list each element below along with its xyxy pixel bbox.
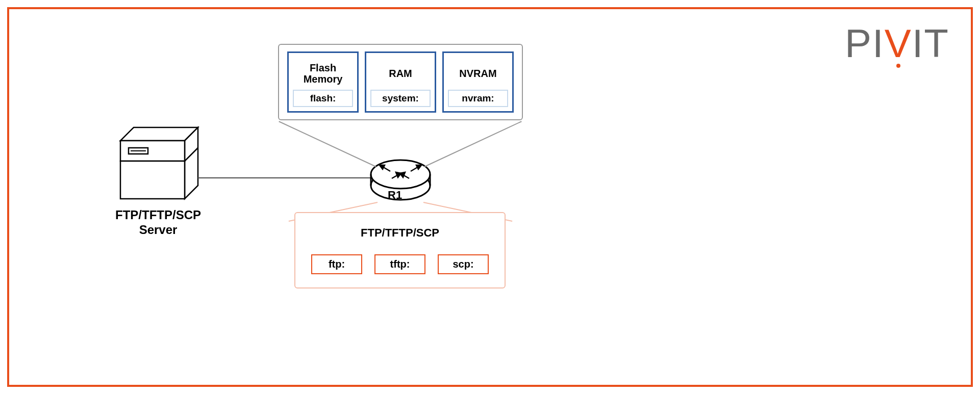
logo-letter-v: V	[885, 20, 912, 67]
memory-title: Flash Memory	[293, 57, 353, 90]
protocol-tftp: tftp:	[374, 254, 425, 274]
logo-letter-i2: I	[912, 21, 924, 66]
protocol-row: ftp: tftp: scp:	[311, 254, 489, 274]
memory-title: RAM	[389, 57, 412, 90]
memory-title: NVRAM	[459, 57, 496, 90]
memory-flash: Flash Memory flash:	[287, 51, 359, 113]
memory-ram: RAM system:	[365, 51, 436, 113]
protocol-callout: FTP/TFTP/SCP ftp: tftp: scp:	[294, 212, 506, 288]
memory-nvram: NVRAM nvram:	[442, 51, 514, 113]
svg-marker-1	[185, 127, 198, 199]
logo-letter-i1: I	[872, 21, 885, 66]
svg-rect-3	[120, 161, 185, 199]
router-label: R1	[388, 189, 402, 202]
memory-prefix: system:	[370, 90, 431, 107]
memory-prefix: flash:	[293, 90, 353, 107]
pivit-logo: PIVIT	[845, 20, 949, 67]
server-router-link	[198, 177, 371, 178]
memory-callout: Flash Memory flash: RAM system: NVRAM nv…	[278, 44, 523, 120]
memory-prefix: nvram:	[448, 90, 508, 107]
protocol-ftp: ftp:	[311, 254, 362, 274]
logo-letter-t: T	[924, 21, 949, 66]
logo-dot-icon	[896, 64, 900, 68]
protocol-scp: scp:	[438, 254, 489, 274]
logo-letter-p: P	[845, 21, 872, 66]
server-label: FTP/TFTP/SCP Server	[102, 208, 214, 238]
protocol-title: FTP/TFTP/SCP	[361, 226, 439, 240]
server-icon	[118, 125, 200, 204]
